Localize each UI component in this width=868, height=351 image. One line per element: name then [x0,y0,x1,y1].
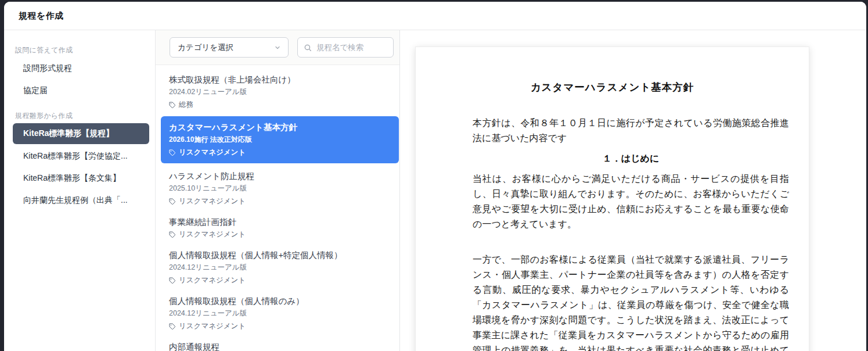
sidebar-section-label-answer: 設問に答えて作成 [15,45,155,55]
template-title: 個人情報取扱規程（個人情報のみ） [169,296,390,307]
create-regulation-modal: 規程を作成 設問に答えて作成 設問形式規程 協定届 規程雛形から作成 KiteR… [4,2,866,351]
tag-icon [169,323,176,330]
sidebar-item-mukai-ran-examples[interactable]: 向井蘭先生規程例（出典「... [4,189,155,212]
document-paragraph: 当社は、お客様に心からご満足いただける商品・サービスの提供を目指し、日々真摯に取… [473,171,789,232]
document-section-heading: １．はじめに [473,151,789,166]
template-version: 2026.10施行 法改正対応版 [169,135,391,145]
chevron-down-icon [274,44,281,51]
document-intro: 本方針は、令和８年１０月１日に施行が予定されている労働施策総合推進法に基づいた内… [473,116,789,146]
modal-header: 規程を作成 [4,2,866,30]
template-source-sidebar: 設問に答えて作成 設問形式規程 協定届 規程雛形から作成 KiteRa標準雛形【… [4,30,156,351]
sidebar-item-kitera-standard-kitei[interactable]: KiteRa標準雛形【規程】 [13,123,149,144]
template-version: 2024.02リニューアル版 [169,87,390,97]
template-category: リスクマネジメント [169,230,390,239]
template-title: ハラスメント防止規程 [169,171,390,182]
page-title: 規程を作成 [19,10,64,22]
template-title: 事業継続計画指針 [169,217,390,228]
template-category: リスクマネジメント [169,321,390,331]
tag-icon [169,231,176,238]
sidebar-section-label-template: 規程雛形から作成 [15,111,155,121]
template-version: 2024.12リニューアル版 [169,309,390,318]
category-select[interactable]: カテゴリを選択 [170,37,289,58]
list-item-kabushiki[interactable]: 株式取扱規程（非上場会社向け） 2024.02リニューアル版 総務 [156,69,399,115]
search-input[interactable] [316,43,387,52]
list-item-personal-info-plus[interactable]: 個人情報取扱規程（個人情報+特定個人情報） 2024.12リニューアル版 リスク… [156,245,399,291]
template-title: 個人情報取扱規程（個人情報+特定個人情報） [169,250,390,261]
template-category: リスクマネジメント [169,275,390,285]
list-item-whistleblowing[interactable]: 内部通報規程 2025.05リニューアル版 リスクマネジメント [156,336,399,351]
template-category: リスクマネジメント [169,196,390,206]
tag-icon [169,149,176,156]
document-paragraph: 一方で、一部のお客様による従業員（当社で就業する派遣社員、フリーランス・個人事業… [473,252,789,351]
sidebar-item-kitera-standard-joubun[interactable]: KiteRa標準雛形【条文集】 [4,167,155,189]
category-select-value: カテゴリを選択 [178,42,233,53]
sidebar-item-kitera-standard-roushi[interactable]: KiteRa標準雛形【労使協定... [4,145,155,167]
template-category: リスクマネジメント [169,148,391,157]
tag-icon [169,277,176,284]
document-title: カスタマーハラスメント基本方針 [416,80,809,94]
document-preview-pane: カスタマーハラスメント基本方針 本方針は、令和８年１０月１日に施行が予定されてい… [400,30,866,351]
template-version: 2024.12リニューアル版 [169,263,390,273]
template-list: 株式取扱規程（非上場会社向け） 2024.02リニューアル版 総務 カスタマーハ… [156,65,399,351]
document-body: 本方針は、令和８年１０月１日に施行が予定されている労働施策総合推進法に基づいた内… [416,116,809,351]
template-version: 2025.10リニューアル版 [169,184,390,194]
template-category: 総務 [169,100,390,110]
template-title: 内部通報規程 [169,342,390,351]
list-item-personal-info-only[interactable]: 個人情報取扱規程（個人情報のみ） 2024.12リニューアル版 リスクマネジメン… [156,291,399,336]
search-icon [304,44,312,52]
template-filter-bar: カテゴリを選択 [156,30,399,65]
list-item-bcp-guideline[interactable]: 事業継続計画指針 リスクマネジメント [156,212,399,245]
template-title: 株式取扱規程（非上場会社向け） [169,74,390,85]
list-item-customer-harassment[interactable]: カスタマーハラスメント基本方針 2026.10施行 法改正対応版 リスクマネジメ… [161,116,399,163]
template-search [297,37,394,58]
tag-icon [169,198,176,205]
modal-content: 設問に答えて作成 設問形式規程 協定届 規程雛形から作成 KiteRa標準雛形【… [4,30,866,351]
document-page: カスタマーハラスメント基本方針 本方針は、令和８年１０月１日に施行が予定されてい… [415,46,809,351]
list-item-harassment-prevention[interactable]: ハラスメント防止規程 2025.10リニューアル版 リスクマネジメント [156,166,399,212]
sidebar-item-question-format[interactable]: 設問形式規程 [4,58,155,80]
template-title: カスタマーハラスメント基本方針 [169,122,391,133]
tag-icon [169,102,176,109]
sidebar-item-agreement-notification[interactable]: 協定届 [4,80,155,102]
template-list-panel: カテゴリを選択 株式取扱規程（非上場会社向け） 2024.02リニューアル版 [156,30,400,351]
